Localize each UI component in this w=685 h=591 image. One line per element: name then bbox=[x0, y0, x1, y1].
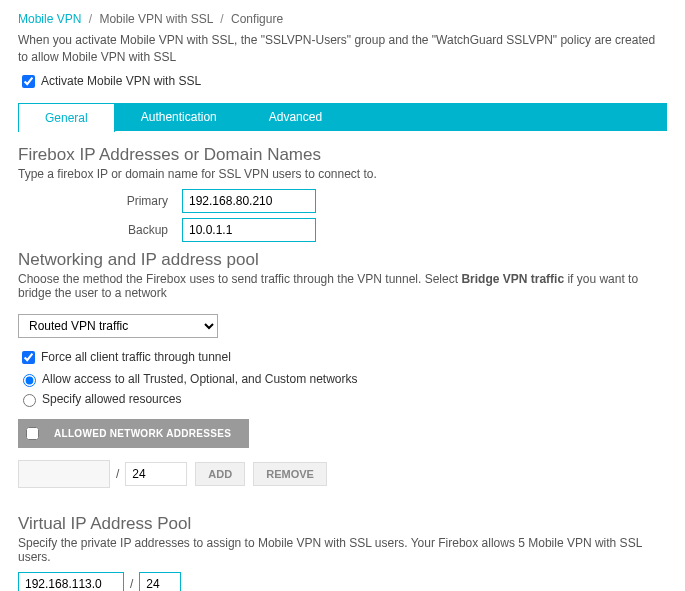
tab-bar: General Authentication Advanced bbox=[18, 103, 667, 131]
allow-all-radio[interactable] bbox=[23, 374, 36, 387]
activate-checkbox[interactable] bbox=[22, 75, 35, 88]
specify-resources-radio[interactable] bbox=[23, 394, 36, 407]
breadcrumb-separator: / bbox=[216, 12, 227, 26]
intro-text: When you activate Mobile VPN with SSL, t… bbox=[18, 32, 667, 66]
cidr-slash: / bbox=[116, 467, 119, 481]
tab-advanced[interactable]: Advanced bbox=[243, 103, 348, 131]
breadcrumb-part2: Mobile VPN with SSL bbox=[99, 12, 213, 26]
force-tunnel-label: Force all client traffic through tunnel bbox=[41, 350, 231, 364]
allowed-network-input bbox=[18, 460, 110, 488]
networking-subtitle: Choose the method the Firebox uses to se… bbox=[18, 272, 667, 300]
activate-label: Activate Mobile VPN with SSL bbox=[41, 74, 201, 88]
primary-label: Primary bbox=[18, 194, 182, 208]
networking-title: Networking and IP address pool bbox=[18, 250, 667, 270]
add-button[interactable]: ADD bbox=[195, 462, 245, 486]
allowed-prefix-input[interactable] bbox=[125, 462, 187, 486]
breadcrumb-link-mobile-vpn[interactable]: Mobile VPN bbox=[18, 12, 81, 26]
virtual-subtitle: Specify the private IP addresses to assi… bbox=[18, 536, 667, 564]
virtual-title: Virtual IP Address Pool bbox=[18, 514, 667, 534]
cidr-slash: / bbox=[130, 577, 133, 591]
allowed-network-table: ALLOWED NETWORK ADDRESSES bbox=[18, 419, 249, 448]
allowed-select-all-checkbox[interactable] bbox=[26, 427, 39, 440]
breadcrumb-part3: Configure bbox=[231, 12, 283, 26]
remove-button[interactable]: REMOVE bbox=[253, 462, 327, 486]
virtual-ip-input[interactable] bbox=[18, 572, 124, 591]
primary-input[interactable] bbox=[182, 189, 316, 213]
backup-input[interactable] bbox=[182, 218, 316, 242]
breadcrumb: Mobile VPN / Mobile VPN with SSL / Confi… bbox=[18, 12, 667, 26]
firebox-subtitle: Type a firebox IP or domain name for SSL… bbox=[18, 167, 667, 181]
breadcrumb-separator: / bbox=[85, 12, 96, 26]
specify-resources-label: Specify allowed resources bbox=[42, 392, 181, 406]
force-tunnel-checkbox[interactable] bbox=[22, 351, 35, 364]
virtual-prefix-input[interactable] bbox=[139, 572, 181, 591]
firebox-title: Firebox IP Addresses or Domain Names bbox=[18, 145, 667, 165]
traffic-mode-select[interactable]: Routed VPN traffic bbox=[18, 314, 218, 338]
backup-label: Backup bbox=[18, 223, 182, 237]
allow-all-label: Allow access to all Trusted, Optional, a… bbox=[42, 372, 357, 386]
tab-authentication[interactable]: Authentication bbox=[115, 103, 243, 131]
allowed-header-title: ALLOWED NETWORK ADDRESSES bbox=[46, 419, 249, 448]
tab-general[interactable]: General bbox=[18, 103, 115, 132]
